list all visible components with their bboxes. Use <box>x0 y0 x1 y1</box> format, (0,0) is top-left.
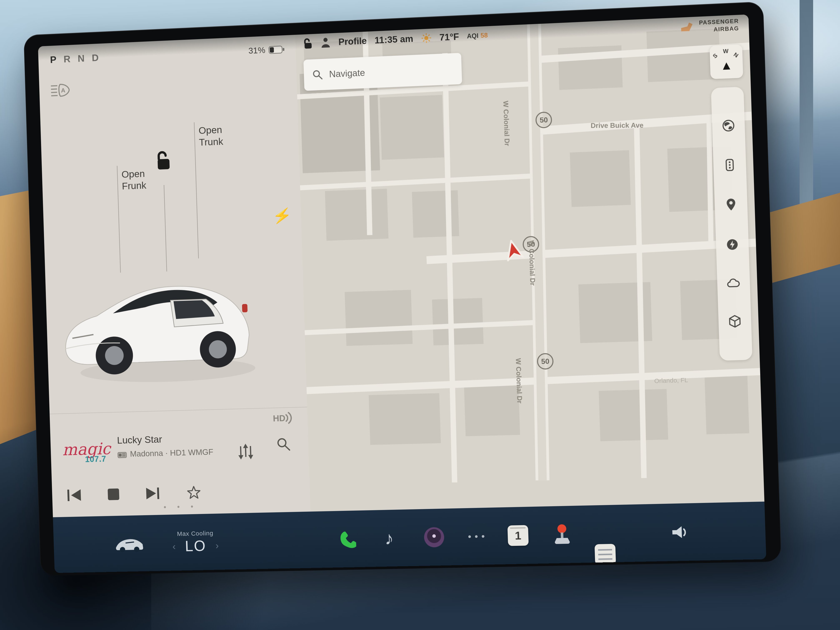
favorite-star-button[interactable] <box>186 485 202 500</box>
next-track-button[interactable] <box>145 486 161 501</box>
dashboard-wood-trim-right <box>768 193 840 284</box>
compass-arrow: ▲ <box>710 57 743 73</box>
route-options-icon[interactable] <box>723 158 737 172</box>
media-search-icon[interactable] <box>276 437 291 452</box>
clock: 11:35 am <box>374 33 413 46</box>
arcade-joystick-icon[interactable] <box>552 524 573 546</box>
aqi-label: AQI <box>467 32 479 40</box>
open-frunk-word2: Frunk <box>122 179 147 192</box>
calendar-icon[interactable]: 1 <box>507 525 529 546</box>
battery-icon <box>268 45 285 55</box>
transport-controls <box>66 484 243 503</box>
city-label: Orlando, FL <box>654 376 688 385</box>
battery-percent: 31% <box>248 45 265 55</box>
air-quality-badge: AQI 58 <box>467 32 488 40</box>
charge-port-flash-icon[interactable]: ⚡ <box>272 206 292 226</box>
notes-app-icon[interactable] <box>595 544 616 565</box>
volume-icon[interactable] <box>670 524 692 540</box>
music-note-icon[interactable]: ♪ <box>384 528 394 548</box>
map-panel[interactable]: Profile 11:35 am 71°F <box>295 14 764 512</box>
temp-down-chevron[interactable]: ‹ <box>172 541 176 552</box>
profile-icon <box>321 37 331 48</box>
passenger-airbag-notice: PASSENGER AIRBAG <box>699 17 739 34</box>
photo-scene: P R N D 31% <box>0 0 840 630</box>
search-icon <box>312 69 323 81</box>
gear-park[interactable]: P <box>50 54 57 65</box>
screen: P R N D 31% <box>38 14 766 573</box>
earth-icon[interactable] <box>722 119 736 132</box>
car-settings-icon[interactable] <box>114 534 145 553</box>
phone-icon[interactable] <box>337 529 356 549</box>
auto-headlight-icon[interactable]: A <box>50 82 71 99</box>
pin-icon[interactable] <box>724 197 738 212</box>
media-player-card: HD magic 107.7 Lucky Star <box>50 407 310 517</box>
climate-mode-label: Max Cooling <box>172 530 218 537</box>
app-icon-purple[interactable] <box>424 527 444 548</box>
profile-label[interactable]: Profile <box>338 36 367 47</box>
temp-setpoint[interactable]: LO <box>185 537 206 554</box>
radio-icon <box>117 450 127 458</box>
street-label-buick: Drive Buick Ave <box>591 121 644 129</box>
temp-up-chevron[interactable]: › <box>215 540 219 551</box>
tesla-touchscreen: P R N D 31% <box>24 2 782 576</box>
open-frunk-word1: Open <box>121 167 146 180</box>
notes-lines <box>598 549 613 560</box>
street-label-colonial-mid: W Colonial Dr <box>527 240 537 286</box>
track-artist: Madonna · HD1 WMGF <box>130 447 213 458</box>
windshield-edge <box>800 0 813 233</box>
car-render <box>50 234 295 398</box>
outside-temperature: 71°F <box>439 32 459 43</box>
navigate-search-input[interactable]: Navigate <box>303 53 462 91</box>
supercharger-icon[interactable] <box>725 238 739 251</box>
navigate-placeholder: Navigate <box>329 68 365 79</box>
vehicle-status-panel: P R N D 31% <box>38 35 310 517</box>
svg-text:A: A <box>61 87 65 94</box>
unlock-icon[interactable] <box>153 149 174 171</box>
climate-control[interactable]: Max Cooling ‹ LO › <box>172 530 219 555</box>
previous-track-button[interactable] <box>66 488 82 502</box>
equalizer-sliders-icon[interactable] <box>238 444 254 459</box>
more-apps-icon[interactable]: ••• <box>468 531 488 542</box>
track-title: Lucky Star <box>117 433 162 446</box>
calendar-day: 1 <box>507 525 529 546</box>
open-trunk-word2: Trunk <box>199 136 223 148</box>
svg-text:HD: HD <box>273 413 286 423</box>
gear-neutral[interactable]: N <box>77 52 85 64</box>
stop-button[interactable] <box>107 488 120 501</box>
route-number: 50 <box>540 115 548 125</box>
cloud-icon[interactable] <box>726 277 741 289</box>
gear-drive[interactable]: D <box>92 52 99 63</box>
unlocked-icon[interactable] <box>302 37 313 49</box>
gear-reverse[interactable]: R <box>63 53 71 65</box>
open-trunk-word1: Open <box>198 123 223 136</box>
cube-3d-icon[interactable] <box>728 314 742 329</box>
hd-radio-icon: HD <box>273 411 295 425</box>
open-frunk-button[interactable]: Open Frunk <box>121 167 146 192</box>
station-logo[interactable]: magic 107.7 <box>61 441 112 464</box>
sun-icon <box>421 33 432 44</box>
battery-status: 31% <box>248 44 285 55</box>
aqi-value: 58 <box>480 32 488 39</box>
gear-indicator: P R N D <box>50 52 99 65</box>
track-subtitle-row: Madonna · HD1 WMGF <box>117 447 213 459</box>
street-label-colonial-bottom: W Colonial Dr <box>514 358 524 404</box>
compass-widget[interactable]: S W N ▲ <box>710 44 743 79</box>
route-number: 50 <box>541 357 549 366</box>
compass-w: W <box>723 48 728 55</box>
street-label-colonial-top: W Colonial Dr <box>502 101 511 146</box>
open-trunk-button[interactable]: Open Trunk <box>198 123 223 148</box>
